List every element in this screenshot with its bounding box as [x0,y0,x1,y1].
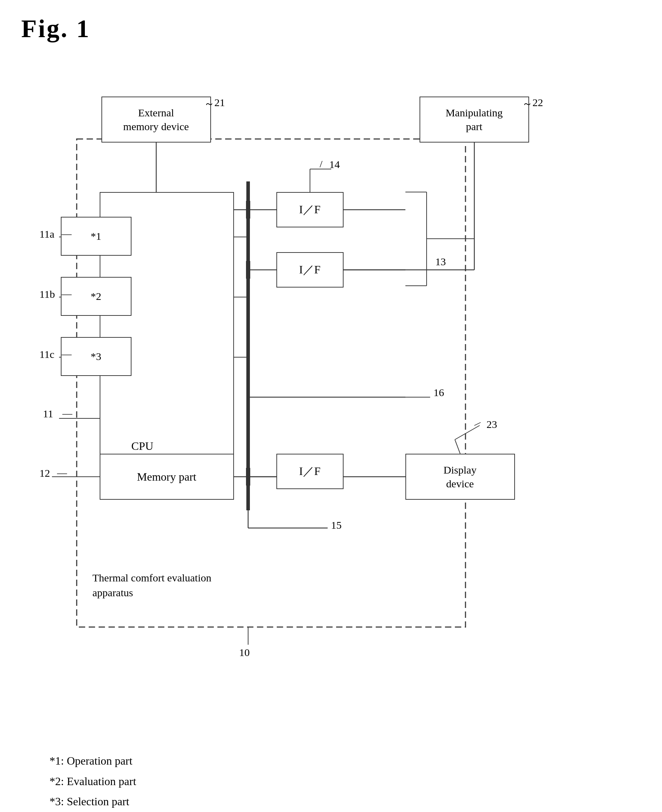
apparatus-label: Thermal comfort evaluationapparatus [93,570,212,600]
arrow-14: / [320,158,323,170]
ext-memory-box: Externalmemory device [101,97,211,143]
ext-memory-label: Externalmemory device [123,106,189,133]
memory-label: Memory part [137,470,196,483]
display-box: Displaydevice [405,454,515,500]
ref-22: 22 [533,97,543,109]
ref-13: 13 [435,256,446,268]
tilde-22: ～ [522,97,533,111]
ref-14: 14 [329,158,340,171]
legend-item-3: *3: Selection part [50,791,641,812]
if-box-14: I／F [276,192,344,227]
ref-12: 12 [40,467,50,479]
line-11b: — [62,288,72,300]
ref-10: 10 [239,646,250,659]
legend: *1: Operation part *2: Evaluation part *… [50,751,641,812]
arrow-23: / [472,419,482,429]
ref-21: 21 [215,97,225,109]
display-label: Displaydevice [443,463,476,491]
line-12: — [57,467,67,478]
ref-16: 16 [434,387,444,399]
tilde-21: ～ [204,97,215,111]
svg-line-36 [455,440,460,454]
if-box-13: I／F [276,252,344,288]
if-box-15: I／F [276,454,344,489]
sub3-label: *3 [91,350,101,362]
manip-box: Manipulatingpart [419,97,529,143]
ref-15: 15 [331,519,342,531]
ref-23: 23 [487,418,497,430]
diagram: Externalmemory device 21 ～ Manipulatingp… [31,65,631,737]
ref-11b: 11b [40,288,55,300]
ref-11: 11 [43,408,53,420]
sub2-label: *2 [91,290,101,302]
sub1-label: *1 [91,230,101,242]
if15-label: I／F [299,464,320,479]
cpu-label: CPU [132,440,153,453]
line-11a: — [62,228,72,239]
if14-label: I／F [299,202,320,218]
memory-box: Memory part [100,454,234,500]
line-11c: — [62,348,72,360]
ref-11c: 11c [40,348,55,360]
manip-label: Manipulatingpart [446,106,503,133]
if13-label: I／F [299,262,320,278]
legend-item-1: *1: Operation part [50,751,641,771]
ref-11a: 11a [40,228,55,240]
page-title: Fig. 1 [21,14,641,44]
line-11: — [63,408,72,419]
legend-item-2: *2: Evaluation part [50,771,641,792]
